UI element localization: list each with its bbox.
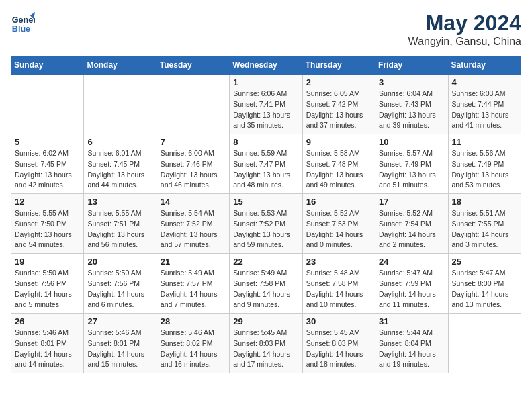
- day-number: 26: [15, 316, 80, 326]
- day-number: 5: [15, 137, 80, 147]
- day-number: 13: [87, 197, 152, 207]
- day-info: Sunrise: 5:45 AM Sunset: 8:03 PM Dayligh…: [233, 328, 298, 370]
- page-header: General Blue May 2024 Wangyin, Gansu, Ch…: [11, 11, 521, 48]
- day-number: 8: [233, 137, 298, 147]
- day-info: Sunrise: 5:59 AM Sunset: 7:47 PM Dayligh…: [233, 148, 298, 191]
- calendar-cell: 15Sunrise: 5:53 AM Sunset: 7:52 PM Dayli…: [230, 194, 302, 254]
- calendar-cell: 28Sunrise: 5:46 AM Sunset: 8:02 PM Dayli…: [157, 314, 229, 373]
- day-number: 17: [379, 197, 444, 207]
- day-info: Sunrise: 6:02 AM Sunset: 7:45 PM Dayligh…: [15, 148, 80, 191]
- calendar-cell: 12Sunrise: 5:55 AM Sunset: 7:50 PM Dayli…: [11, 194, 84, 254]
- day-info: Sunrise: 6:01 AM Sunset: 7:45 PM Dayligh…: [87, 148, 152, 191]
- calendar-cell: 14Sunrise: 5:54 AM Sunset: 7:52 PM Dayli…: [157, 194, 229, 254]
- day-number: 15: [233, 197, 298, 207]
- day-info: Sunrise: 5:56 AM Sunset: 7:49 PM Dayligh…: [452, 148, 517, 191]
- calendar-cell: 11Sunrise: 5:56 AM Sunset: 7:49 PM Dayli…: [448, 134, 521, 194]
- day-info: Sunrise: 5:51 AM Sunset: 7:55 PM Dayligh…: [452, 208, 517, 250]
- day-number: 18: [452, 197, 517, 207]
- day-number: 14: [161, 197, 226, 207]
- calendar-cell: 5Sunrise: 6:02 AM Sunset: 7:45 PM Daylig…: [11, 134, 84, 194]
- day-info: Sunrise: 5:53 AM Sunset: 7:52 PM Dayligh…: [233, 208, 298, 250]
- calendar-week-1: 1Sunrise: 6:06 AM Sunset: 7:41 PM Daylig…: [11, 75, 521, 134]
- day-number: 19: [15, 257, 80, 267]
- weekday-header-tuesday: Tuesday: [157, 56, 229, 75]
- calendar-cell: 18Sunrise: 5:51 AM Sunset: 7:55 PM Dayli…: [448, 194, 521, 254]
- day-number: 1: [233, 77, 298, 87]
- calendar-week-4: 19Sunrise: 5:50 AM Sunset: 7:56 PM Dayli…: [11, 254, 521, 314]
- weekday-header-saturday: Saturday: [448, 56, 521, 75]
- calendar-header: SundayMondayTuesdayWednesdayThursdayFrid…: [11, 56, 521, 75]
- calendar-cell: 27Sunrise: 5:46 AM Sunset: 8:01 PM Dayli…: [84, 314, 157, 373]
- day-number: 2: [306, 77, 371, 87]
- day-info: Sunrise: 6:05 AM Sunset: 7:42 PM Dayligh…: [306, 89, 371, 131]
- calendar-cell: 31Sunrise: 5:44 AM Sunset: 8:04 PM Dayli…: [375, 314, 448, 373]
- day-number: 25: [452, 257, 517, 267]
- calendar-cell: 29Sunrise: 5:45 AM Sunset: 8:03 PM Dayli…: [230, 314, 302, 373]
- day-info: Sunrise: 5:47 AM Sunset: 7:59 PM Dayligh…: [379, 268, 444, 310]
- calendar-cell: 23Sunrise: 5:48 AM Sunset: 7:58 PM Dayli…: [302, 254, 375, 314]
- calendar-cell: 21Sunrise: 5:49 AM Sunset: 7:57 PM Dayli…: [157, 254, 229, 314]
- day-number: 4: [452, 77, 517, 87]
- weekday-header-monday: Monday: [84, 56, 157, 75]
- day-number: 11: [452, 137, 517, 147]
- day-info: Sunrise: 5:55 AM Sunset: 7:51 PM Dayligh…: [87, 208, 152, 250]
- calendar-cell: 2Sunrise: 6:05 AM Sunset: 7:42 PM Daylig…: [302, 75, 375, 134]
- calendar-cell: [11, 75, 84, 134]
- calendar-cell: 24Sunrise: 5:47 AM Sunset: 7:59 PM Dayli…: [375, 254, 448, 314]
- day-info: Sunrise: 6:06 AM Sunset: 7:41 PM Dayligh…: [233, 89, 298, 131]
- day-info: Sunrise: 5:45 AM Sunset: 8:03 PM Dayligh…: [306, 328, 371, 370]
- calendar-cell: 13Sunrise: 5:55 AM Sunset: 7:51 PM Dayli…: [84, 194, 157, 254]
- weekday-header-sunday: Sunday: [11, 56, 84, 75]
- day-info: Sunrise: 5:52 AM Sunset: 7:54 PM Dayligh…: [379, 208, 444, 250]
- weekday-header-thursday: Thursday: [302, 56, 375, 75]
- calendar-cell: 25Sunrise: 5:47 AM Sunset: 8:00 PM Dayli…: [448, 254, 521, 314]
- day-number: 10: [379, 137, 444, 147]
- calendar-cell: [84, 75, 157, 134]
- day-number: 24: [379, 257, 444, 267]
- day-number: 3: [379, 77, 444, 87]
- logo: General Blue: [11, 11, 35, 35]
- day-info: Sunrise: 5:54 AM Sunset: 7:52 PM Dayligh…: [161, 208, 226, 250]
- calendar-cell: 19Sunrise: 5:50 AM Sunset: 7:56 PM Dayli…: [11, 254, 84, 314]
- day-number: 20: [87, 257, 152, 267]
- day-info: Sunrise: 6:03 AM Sunset: 7:44 PM Dayligh…: [452, 89, 517, 131]
- day-number: 16: [306, 197, 371, 207]
- calendar-cell: 16Sunrise: 5:52 AM Sunset: 7:53 PM Dayli…: [302, 194, 375, 254]
- day-number: 22: [233, 257, 298, 267]
- day-info: Sunrise: 5:49 AM Sunset: 7:57 PM Dayligh…: [161, 268, 226, 310]
- calendar-cell: 6Sunrise: 6:01 AM Sunset: 7:45 PM Daylig…: [84, 134, 157, 194]
- calendar-cell: 9Sunrise: 5:58 AM Sunset: 7:48 PM Daylig…: [302, 134, 375, 194]
- calendar-cell: 4Sunrise: 6:03 AM Sunset: 7:44 PM Daylig…: [448, 75, 521, 134]
- day-info: Sunrise: 5:46 AM Sunset: 8:02 PM Dayligh…: [161, 328, 226, 370]
- calendar-cell: 1Sunrise: 6:06 AM Sunset: 7:41 PM Daylig…: [230, 75, 302, 134]
- day-number: 7: [161, 137, 226, 147]
- day-info: Sunrise: 5:46 AM Sunset: 8:01 PM Dayligh…: [15, 328, 80, 370]
- calendar-table: SundayMondayTuesdayWednesdayThursdayFrid…: [11, 56, 521, 373]
- calendar-cell: [157, 75, 229, 134]
- day-info: Sunrise: 5:52 AM Sunset: 7:53 PM Dayligh…: [306, 208, 371, 250]
- day-number: 31: [379, 316, 444, 326]
- day-number: 27: [87, 316, 152, 326]
- weekday-header-wednesday: Wednesday: [230, 56, 302, 75]
- calendar-cell: 17Sunrise: 5:52 AM Sunset: 7:54 PM Dayli…: [375, 194, 448, 254]
- calendar-week-3: 12Sunrise: 5:55 AM Sunset: 7:50 PM Dayli…: [11, 194, 521, 254]
- calendar-cell: 22Sunrise: 5:49 AM Sunset: 7:58 PM Dayli…: [230, 254, 302, 314]
- weekday-header-friday: Friday: [375, 56, 448, 75]
- day-info: Sunrise: 5:55 AM Sunset: 7:50 PM Dayligh…: [15, 208, 80, 250]
- day-info: Sunrise: 5:47 AM Sunset: 8:00 PM Dayligh…: [452, 268, 517, 310]
- day-info: Sunrise: 6:00 AM Sunset: 7:46 PM Dayligh…: [161, 148, 226, 191]
- day-info: Sunrise: 5:46 AM Sunset: 8:01 PM Dayligh…: [87, 328, 152, 370]
- calendar-cell: 10Sunrise: 5:57 AM Sunset: 7:49 PM Dayli…: [375, 134, 448, 194]
- calendar-cell: 20Sunrise: 5:50 AM Sunset: 7:56 PM Dayli…: [84, 254, 157, 314]
- day-info: Sunrise: 5:50 AM Sunset: 7:56 PM Dayligh…: [87, 268, 152, 310]
- day-info: Sunrise: 5:48 AM Sunset: 7:58 PM Dayligh…: [306, 268, 371, 310]
- svg-text:Blue: Blue: [12, 24, 30, 34]
- day-info: Sunrise: 6:04 AM Sunset: 7:43 PM Dayligh…: [379, 89, 444, 131]
- day-number: 6: [87, 137, 152, 147]
- day-number: 9: [306, 137, 371, 147]
- logo-icon: General Blue: [11, 11, 35, 35]
- page-subtitle: Wangyin, Gansu, China: [408, 36, 521, 48]
- day-info: Sunrise: 5:49 AM Sunset: 7:58 PM Dayligh…: [233, 268, 298, 310]
- page-title: May 2024: [408, 11, 521, 36]
- calendar-cell: 7Sunrise: 6:00 AM Sunset: 7:46 PM Daylig…: [157, 134, 229, 194]
